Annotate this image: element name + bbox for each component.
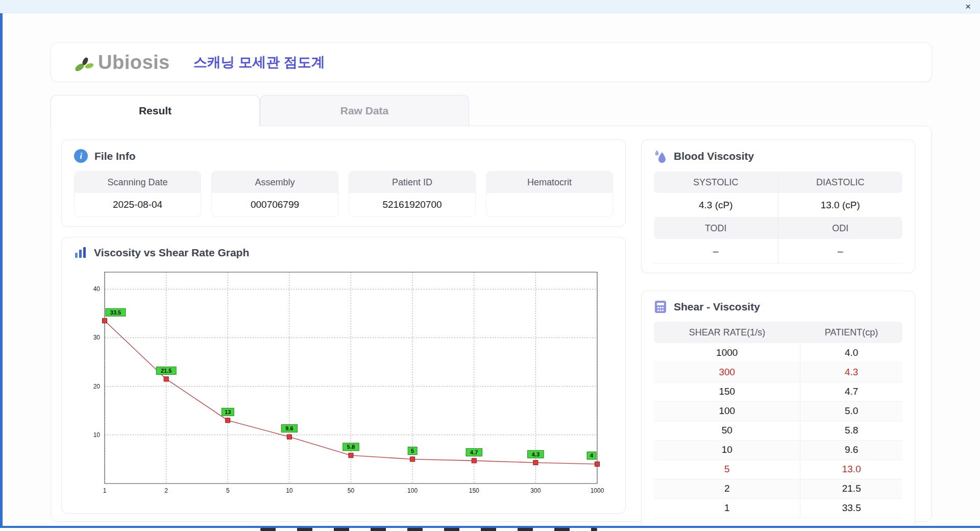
tab-raw-data[interactable]: Raw Data xyxy=(260,95,469,126)
field-label: Hematocrit xyxy=(486,172,612,193)
shear-cell: 300 xyxy=(654,363,800,382)
graph-title-row: Viscosity vs Shear Rate Graph xyxy=(74,247,613,259)
window-titlebar: × xyxy=(0,0,980,13)
field-value: 2025-08-04 xyxy=(75,193,201,216)
patient-cell: 21.5 xyxy=(800,479,902,498)
todi-label: TODI xyxy=(654,218,778,239)
shear-viscosity-table: SHEAR RATE(1/s) PATIENT(cp) 10004.0 3004… xyxy=(654,322,902,518)
todi-value: – xyxy=(654,239,778,263)
shear-cell: 5 xyxy=(654,460,800,479)
patient-cell: 4.3 xyxy=(800,363,902,382)
bar-chart-icon xyxy=(74,247,87,259)
patient-cell: 4.0 xyxy=(800,343,902,363)
field-value: 52161920700 xyxy=(349,193,475,216)
table-row: 1504.7 xyxy=(654,382,902,401)
svg-text:150: 150 xyxy=(469,487,479,494)
table-row: 3004.3 xyxy=(654,363,902,382)
blood-viscosity-title: Blood Viscosity xyxy=(674,150,754,162)
svg-text:1000: 1000 xyxy=(591,487,604,494)
file-info-fields: Scanning Date 2025-08-04 Assembly 000706… xyxy=(74,171,613,217)
page: Ubiosis 스캐닝 모세관 점도계 Result Raw Data i Fi… xyxy=(3,13,980,522)
header: Ubiosis 스캐닝 모세관 점도계 xyxy=(51,42,932,82)
table-row: 505.8 xyxy=(654,421,902,440)
shear-cell: 1 xyxy=(654,498,800,518)
file-info-title: File Info xyxy=(94,150,136,162)
info-icon: i xyxy=(74,149,88,163)
logo-text: Ubiosis xyxy=(98,52,170,74)
file-info-panel: i File Info Scanning Date 2025-08-04 Ass… xyxy=(61,139,626,227)
svg-text:4: 4 xyxy=(590,452,594,458)
svg-text:4.3: 4.3 xyxy=(532,451,540,457)
patient-cell: 5.8 xyxy=(800,421,902,440)
svg-text:4.7: 4.7 xyxy=(470,449,478,455)
logo: Ubiosis xyxy=(74,52,170,74)
shear-cell: 50 xyxy=(654,421,800,440)
blood-viscosity-table: SYSTOLIC DIASTOLIC 4.3 (cP) 13.0 (cP) TO… xyxy=(654,172,902,263)
svg-text:5: 5 xyxy=(411,448,414,454)
field-label: Patient ID xyxy=(349,172,475,193)
graph-panel: Viscosity vs Shear Rate Graph 1251050100… xyxy=(61,237,626,514)
shear-cell: 100 xyxy=(654,401,800,421)
shear-cell: 1000 xyxy=(654,343,800,363)
field-scanning-date: Scanning Date 2025-08-04 xyxy=(74,171,201,217)
calculator-icon xyxy=(654,300,667,313)
svg-text:2: 2 xyxy=(164,487,168,494)
table-row: 133.5 xyxy=(654,498,902,518)
table-row: 10004.0 xyxy=(654,343,902,363)
close-button[interactable]: × xyxy=(962,2,974,11)
field-hematocrit: Hematocrit xyxy=(486,171,613,217)
systolic-label: SYSTOLIC xyxy=(654,172,778,193)
field-label: Assembly xyxy=(212,172,338,193)
patient-cell: 33.5 xyxy=(800,498,902,518)
tab-result[interactable]: Result xyxy=(51,95,260,126)
field-patient-id: Patient ID 52161920700 xyxy=(349,171,476,217)
table-row: 513.0 xyxy=(654,460,902,479)
window-bottom-edge xyxy=(0,526,980,531)
page-title: 스캐닝 모세관 점도계 xyxy=(193,53,325,71)
svg-text:13: 13 xyxy=(225,409,231,415)
field-label: Scanning Date xyxy=(75,172,201,193)
svg-text:50: 50 xyxy=(348,487,355,494)
svg-text:10: 10 xyxy=(93,431,101,439)
odi-label: ODI xyxy=(778,218,903,239)
leaf-cluster-icon xyxy=(74,55,97,74)
svg-text:30: 30 xyxy=(93,334,101,341)
patient-cell: 9.6 xyxy=(800,440,902,460)
col-shear-rate: SHEAR RATE(1/s) xyxy=(654,322,800,343)
shear-cell: 2 xyxy=(654,479,800,498)
file-info-title-row: i File Info xyxy=(74,149,613,163)
patient-cell: 5.0 xyxy=(800,401,902,421)
svg-text:100: 100 xyxy=(407,487,418,494)
taskbar-icons-peek xyxy=(260,528,597,531)
svg-text:21.5: 21.5 xyxy=(161,368,172,374)
col-patient: PATIENT(cp) xyxy=(800,322,902,343)
app-window: Ubiosis 스캐닝 모세관 점도계 Result Raw Data i Fi… xyxy=(0,13,980,526)
shear-viscosity-title: Shear - Viscosity xyxy=(674,301,760,313)
field-value xyxy=(486,193,612,216)
table-row: 1005.0 xyxy=(654,401,902,421)
field-value: 000706799 xyxy=(212,193,338,216)
diastolic-label: DIASTOLIC xyxy=(778,172,903,193)
svg-text:5: 5 xyxy=(226,487,230,494)
systolic-value: 4.3 (cP) xyxy=(654,193,778,218)
svg-text:40: 40 xyxy=(93,285,101,293)
blood-viscosity-title-row: Blood Viscosity xyxy=(654,149,902,163)
svg-text:5.8: 5.8 xyxy=(347,444,355,450)
viscosity-chart: 125105010015030010001020304033.521.5139.… xyxy=(74,267,609,502)
table-row: 109.6 xyxy=(654,440,902,460)
field-assembly: Assembly 000706799 xyxy=(211,171,338,217)
svg-text:300: 300 xyxy=(530,487,541,494)
odi-value: – xyxy=(778,239,903,263)
right-column: Blood Viscosity SYSTOLIC DIASTOLIC 4.3 (… xyxy=(641,139,915,508)
water-drops-icon xyxy=(654,149,667,163)
shear-cell: 10 xyxy=(654,440,800,460)
shear-viscosity-title-row: Shear - Viscosity xyxy=(654,300,902,313)
table-row: 221.5 xyxy=(654,479,902,498)
svg-text:9.6: 9.6 xyxy=(285,425,293,431)
svg-text:10: 10 xyxy=(286,487,293,494)
blood-viscosity-panel: Blood Viscosity SYSTOLIC DIASTOLIC 4.3 (… xyxy=(641,139,915,273)
patient-cell: 4.7 xyxy=(800,382,902,401)
patient-cell: 13.0 xyxy=(800,460,902,479)
diastolic-value: 13.0 (cP) xyxy=(778,193,903,218)
shear-viscosity-panel: Shear - Viscosity SHEAR RATE(1/s) PATIEN… xyxy=(641,291,915,526)
